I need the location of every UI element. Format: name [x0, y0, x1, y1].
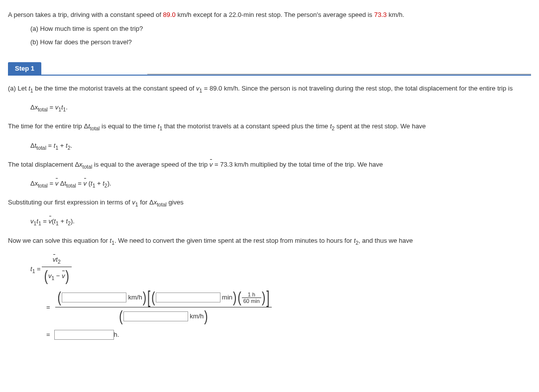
line-4: Substituting our first expression in ter… — [8, 197, 531, 208]
input-vbar[interactable] — [62, 293, 126, 302]
fraction-numeric: ( km/h)[( min)(1 h60 min)] ( km/h) — [55, 290, 272, 325]
intro-mid: km/h except for a 22.0-min rest stop. Th… — [176, 11, 374, 18]
speed-constant: 89.0 — [163, 11, 175, 18]
equation-4: v1t1 = v(t1 + t2). — [8, 216, 531, 227]
question-a: (a) How much time is spent on the trip? — [8, 24, 531, 34]
equation-7: = h. — [30, 330, 531, 340]
equation-1: Δxtotal = v1t1. — [8, 102, 531, 113]
input-result-hours[interactable] — [54, 330, 114, 340]
speed-average: 73.3 — [374, 11, 387, 18]
line-5: Now we can solve this equation for t1. W… — [8, 236, 531, 247]
intro-pre: A person takes a trip, driving with a co… — [8, 11, 163, 18]
unit-conversion-fraction: 1 h60 min — [242, 292, 261, 304]
problem-intro: A person takes a trip, driving with a co… — [8, 10, 531, 20]
fraction-symbolic: vt2 (v1 − v) — [42, 255, 72, 285]
input-t2-min[interactable] — [156, 293, 220, 302]
equation-3: Δxtotal = v Δttotal = v (t1 + t2). — [8, 179, 531, 190]
unit-hours: h. — [114, 330, 119, 340]
equation-2: Δttotal = t1 + t2. — [8, 141, 531, 152]
intro-post: km/h. — [387, 11, 404, 18]
problem-statement: A person takes a trip, driving with a co… — [8, 10, 531, 47]
equation-6: = ( km/h)[( min)(1 h60 min)] ( km/h) — [30, 290, 531, 325]
input-denominator[interactable] — [123, 311, 188, 321]
step-header: Step 1 — [8, 62, 41, 75]
equation-5: t1 = vt2 (v1 − v) — [30, 255, 531, 285]
step-divider: Step 1 — [8, 62, 531, 76]
question-b: (b) How far does the person travel? — [8, 37, 531, 47]
line-2: The time for the entire trip Δttotal is … — [8, 121, 531, 132]
step-body: (a) Let t1 be the time the motorist trav… — [8, 84, 531, 340]
line-3: The total displacement Δxtotal is equal … — [8, 160, 531, 171]
line-a: (a) Let t1 be the time the motorist trav… — [8, 84, 531, 95]
